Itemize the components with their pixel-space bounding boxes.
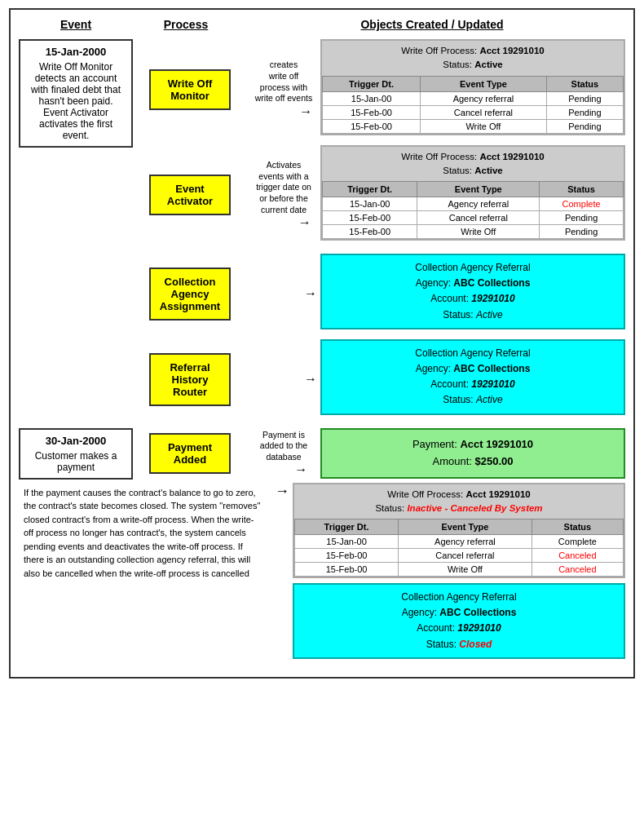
status: Canceled — [532, 549, 623, 563]
trigger-dt: 15-Jan-00 — [295, 535, 399, 549]
trigger-dt: 15-Jan-00 — [323, 197, 417, 211]
column-headers: Event Process Objects Created / Updated — [19, 18, 625, 31]
arrow-wom: createswrite offprocess withwrite off ev… — [247, 60, 320, 119]
status: Pending — [546, 91, 623, 105]
process-box-ca: CollectionAgencyAssignment — [149, 267, 231, 321]
col-trigger: Trigger Dt. — [323, 76, 421, 91]
table-row: 15-Jan-00 Agency referral Pending — [323, 91, 624, 105]
trigger-dt: 15-Feb-00 — [295, 549, 399, 563]
arrow-rhr: → — [247, 372, 320, 387]
wo-table-data-3: Trigger Dt. Event Type Status 15-Jan-00 … — [294, 519, 624, 577]
trigger-dt: 15-Feb-00 — [295, 563, 399, 577]
status: Canceled — [532, 563, 623, 577]
table-row: 15-Feb-00 Write Off Canceled — [295, 563, 624, 577]
col-trigger: Trigger Dt. — [295, 519, 399, 535]
status: Pending — [540, 225, 624, 239]
arrow-text-pa: Payment isadded to thedatabase — [260, 430, 307, 463]
wo-table-data-2: Trigger Dt. Event Type Status 15-Jan-00 … — [322, 181, 624, 239]
col-status: Status — [540, 182, 624, 197]
process-payment-added: PaymentAdded — [133, 433, 247, 474]
process-box-rhr: ReferralHistoryRouter — [149, 353, 231, 406]
event-type: Cancel referral — [399, 549, 532, 563]
event-type: Cancel referral — [421, 105, 547, 119]
event-box-2: 30-Jan-2000 Customer makes a payment — [19, 428, 133, 480]
event-type: Agency referral — [421, 91, 547, 105]
objects-rhr: Collection Agency Referral Agency: ABC C… — [320, 339, 625, 420]
status: Complete — [532, 535, 623, 549]
event-desc-2: Customer makes a payment — [25, 450, 126, 473]
wo-table-header-1: Write Off Process: Acct 19291010Status: … — [322, 41, 624, 76]
arrow-text-wom: createswrite offprocess withwrite off ev… — [255, 60, 312, 104]
arrow-ea: Activatesevents with atrigger date onor … — [247, 160, 320, 230]
col-trigger: Trigger Dt. — [323, 182, 417, 197]
col-event-type: Event Type — [399, 519, 532, 535]
arrow-ca: → — [247, 286, 320, 301]
table-row: 15-Feb-00 Cancel referral Pending — [323, 211, 624, 225]
arrow-pa: Payment isadded to thedatabase → — [247, 430, 320, 478]
wo-table-header-3: Write Off Process: Acct 19291010 Status:… — [294, 484, 624, 519]
process-event-activator: EventActivator — [133, 175, 247, 215]
table-row: 15-Feb-00 Cancel referral Canceled — [295, 549, 624, 563]
bottom-note: If the payment causes the contract's bal… — [19, 483, 267, 584]
event-date-2: 30-Jan-2000 — [25, 435, 126, 447]
table-row: 15-Jan-00 Agency referral Complete — [323, 197, 624, 211]
event-type: Write Off — [399, 563, 532, 577]
wo-table-header-2: Write Off Process: Acct 19291010Status: … — [322, 147, 624, 182]
objects-ca: Collection Agency Referral Agency: ABC C… — [320, 254, 625, 334]
process-box-wom: Write OffMonitor — [149, 69, 231, 110]
trigger-dt: 15-Feb-00 — [323, 105, 421, 119]
payment-box: Payment: Acct 19291010 Amount: $250.00 — [320, 428, 625, 479]
status: Pending — [546, 119, 623, 133]
col-event-type: Event Type — [417, 182, 540, 197]
col-event-type: Event Type — [421, 76, 547, 91]
header-event: Event — [19, 18, 133, 31]
col-status: Status — [532, 519, 623, 535]
process-referral-history: ReferralHistoryRouter — [133, 353, 247, 406]
header-objects: Objects Created / Updated — [239, 18, 625, 31]
table-row: 15-Feb-00 Write Off Pending — [323, 119, 624, 133]
table-row: 15-Jan-00 Agency referral Complete — [295, 535, 624, 549]
main-container: Event Process Objects Created / Updated … — [9, 8, 635, 679]
status: Pending — [546, 105, 623, 119]
objects-ea: Write Off Process: Acct 19291010Status: … — [320, 145, 625, 246]
wo-table-2: Write Off Process: Acct 19291010Status: … — [320, 145, 625, 241]
ca-box-closed: Collection Agency Referral Agency: ABC C… — [293, 583, 625, 659]
wo-table-3: Write Off Process: Acct 19291010 Status:… — [293, 483, 625, 579]
process-write-off-monitor: Write OffMonitor — [133, 69, 247, 110]
table-row: 15-Feb-00 Write Off Pending — [323, 225, 624, 239]
process-box-ea: EventActivator — [149, 175, 231, 215]
wo-table-1: Write Off Process: Acct 19291010Status: … — [320, 39, 625, 135]
event-box-1: 15-Jan-2000 Write Off Monitor detects an… — [19, 39, 133, 148]
trigger-dt: 15-Feb-00 — [323, 119, 421, 133]
trigger-dt: 15-Jan-00 — [323, 91, 421, 105]
process-box-pa: PaymentAdded — [149, 433, 231, 474]
table-row: 15-Feb-00 Cancel referral Pending — [323, 105, 624, 119]
event-type: Agency referral — [417, 197, 540, 211]
objects-pa: Payment: Acct 19291010 Amount: $250.00 — [320, 428, 625, 479]
event-date-1: 15-Jan-2000 — [25, 46, 126, 58]
event-type: Cancel referral — [417, 211, 540, 225]
header-process: Process — [133, 18, 239, 31]
trigger-dt: 15-Feb-00 — [323, 211, 417, 225]
status: Pending — [540, 211, 624, 225]
objects-wom: Write Off Process: Acct 19291010Status: … — [320, 39, 625, 140]
event-type: Write Off — [417, 225, 540, 239]
trigger-dt: 15-Feb-00 — [323, 225, 417, 239]
wo-table-data-1: Trigger Dt. Event Type Status 15-Jan-00 … — [322, 76, 624, 134]
status: Complete — [540, 197, 624, 211]
process-collection-agency: CollectionAgencyAssignment — [133, 267, 247, 321]
ca-box-1: Collection Agency Referral Agency: ABC C… — [320, 254, 625, 329]
event-type: Write Off — [421, 119, 547, 133]
col-status: Status — [546, 76, 623, 91]
ca-box-2: Collection Agency Referral Agency: ABC C… — [320, 339, 625, 415]
event-desc-1: Write Off Monitor detects an account wit… — [25, 61, 126, 141]
event-type: Agency referral — [399, 535, 532, 549]
arrow-text-ea: Activatesevents with atrigger date onor … — [256, 160, 311, 215]
